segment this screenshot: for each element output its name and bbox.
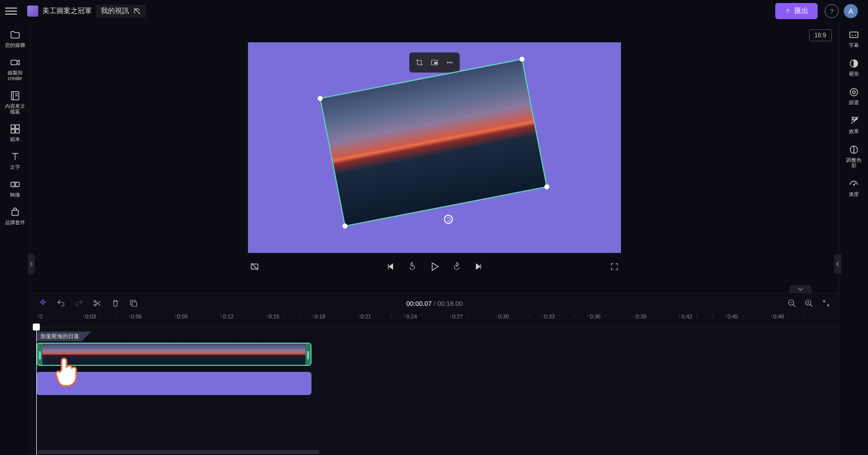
timeline-pane: 00:00.07 / 00:18.00 00:030:060:090:120:1…: [30, 293, 839, 455]
upload-icon: [784, 8, 791, 15]
timeline-ruler[interactable]: 00:030:060:090:120:150:180:210:240:270:3…: [36, 313, 839, 328]
split-button[interactable]: [92, 298, 103, 309]
floating-toolbar: [409, 52, 460, 73]
svg-rect-0: [11, 60, 17, 64]
preview-area: 16:9: [30, 22, 839, 293]
undo-button[interactable]: [55, 298, 67, 309]
playhead[interactable]: [36, 328, 37, 455]
play-button[interactable]: [428, 260, 441, 273]
resize-handle-bl[interactable]: [342, 223, 348, 229]
duplicate-button[interactable]: [128, 298, 139, 309]
detach-audio-button[interactable]: [248, 260, 261, 273]
cloud-off-icon: [133, 7, 141, 15]
prev-button[interactable]: [384, 260, 397, 273]
clip-label: 加里斯海的日落: [36, 332, 83, 341]
forward-button[interactable]: [450, 260, 463, 273]
background-clip[interactable]: [36, 372, 312, 395]
help-button[interactable]: ?: [825, 4, 839, 18]
project-title: 美工圖案之冠軍: [42, 7, 92, 16]
rail-transitions[interactable]: 轉換: [0, 179, 30, 198]
timeline-toolbar: 00:00.07 / 00:18.00: [30, 293, 839, 313]
svg-rect-3: [15, 125, 19, 128]
magic-button[interactable]: [37, 298, 48, 309]
svg-rect-2: [11, 125, 14, 128]
zoom-out-button[interactable]: [786, 298, 797, 309]
svg-rect-7: [12, 210, 18, 215]
svg-point-12: [451, 62, 452, 63]
project-icon: [27, 6, 38, 17]
clip-image: [320, 58, 547, 226]
crop-button[interactable]: [412, 55, 426, 70]
selected-clip-overlay[interactable]: [320, 58, 547, 226]
left-rail: 您的媒體 錄製與 create 內容來文 檔案 範本 文字 轉換 品牌套件: [0, 22, 30, 455]
right-rail: 字幕 褪形 篩選 效果 調整色 彩 速度: [839, 22, 868, 455]
timeline-collapse[interactable]: [789, 285, 812, 293]
svg-point-22: [852, 91, 855, 94]
right-rail-expand[interactable]: [834, 254, 841, 274]
timeline-scrollbar[interactable]: [37, 450, 832, 454]
zoom-in-button[interactable]: [803, 298, 815, 309]
rail-captions[interactable]: 字幕: [839, 29, 868, 48]
top-bar: 美工圖案之冠軍 我的視訊 匯出 ? A: [0, 0, 868, 22]
project-subtitle: 我的視訊: [101, 7, 129, 16]
project-subtitle-wrap[interactable]: 我的視訊: [96, 5, 146, 18]
delete-button[interactable]: [110, 298, 121, 309]
rail-speed[interactable]: 速度: [839, 178, 868, 197]
export-button[interactable]: 匯出: [775, 3, 818, 19]
rail-fade[interactable]: 褪形: [839, 58, 868, 77]
svg-point-21: [850, 89, 857, 96]
playback-controls: [248, 253, 621, 280]
more-button[interactable]: [443, 55, 457, 70]
rail-content-library[interactable]: 內容來文 檔案: [0, 90, 30, 114]
rotate-handle[interactable]: [443, 214, 454, 225]
aspect-ratio-selector[interactable]: 16:9: [809, 29, 832, 41]
rail-text[interactable]: 文字: [0, 151, 30, 170]
rail-adjust-color[interactable]: 調整色 彩: [839, 144, 868, 168]
rail-record-create[interactable]: 錄製與 create: [0, 57, 30, 81]
rewind-button[interactable]: [406, 260, 419, 273]
rail-filter[interactable]: 篩選: [839, 87, 868, 105]
resize-handle-tr[interactable]: [519, 56, 525, 62]
rail-your-media[interactable]: 您的媒體: [0, 29, 30, 48]
avatar[interactable]: A: [844, 4, 858, 18]
resize-handle-tl[interactable]: [317, 95, 323, 101]
next-button[interactable]: [472, 260, 485, 273]
svg-point-10: [447, 62, 448, 63]
svg-rect-5: [15, 129, 19, 133]
video-clip[interactable]: ‖ ‖: [36, 343, 312, 366]
clip-trim-right[interactable]: ‖: [305, 344, 311, 365]
rail-brand-kit[interactable]: 品牌套件: [0, 207, 30, 225]
clip-trim-left[interactable]: ‖: [37, 344, 42, 365]
redo-button[interactable]: [74, 298, 85, 309]
resize-handle-br[interactable]: [544, 184, 550, 190]
svg-point-24: [853, 184, 854, 185]
timeline-time: 00:00.07 / 00:18.00: [406, 300, 463, 307]
canvas[interactable]: [248, 42, 621, 253]
timeline-tracks[interactable]: 加里斯海的日落 ‖ ‖: [30, 328, 839, 455]
svg-rect-19: [849, 32, 858, 38]
fit-button[interactable]: [821, 298, 832, 309]
rail-effects[interactable]: 效果: [839, 115, 868, 134]
svg-rect-4: [11, 129, 14, 133]
svg-rect-9: [435, 62, 437, 63]
fullscreen-button[interactable]: [608, 260, 621, 273]
svg-rect-16: [132, 302, 137, 306]
clip-thumbnails: [42, 344, 305, 365]
menu-button[interactable]: [5, 5, 17, 17]
svg-point-11: [449, 62, 450, 63]
pip-button[interactable]: [427, 55, 442, 70]
rail-templates[interactable]: 範本: [0, 123, 30, 142]
